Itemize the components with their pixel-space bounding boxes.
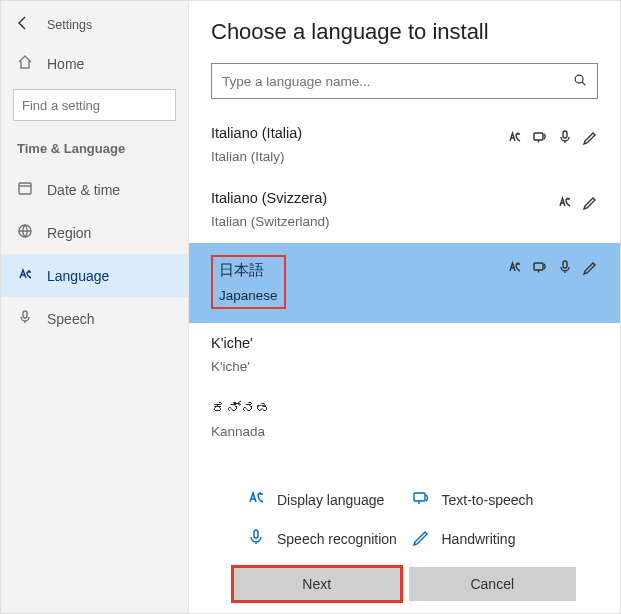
language-search-input[interactable] <box>222 74 573 89</box>
microphone-icon <box>17 309 33 328</box>
find-setting-box[interactable] <box>13 89 176 121</box>
calendar-icon <box>17 180 33 199</box>
svg-rect-9 <box>254 530 258 538</box>
svg-rect-6 <box>534 263 543 270</box>
tts-icon <box>532 129 548 148</box>
language-native-name: Italiano (Svizzera) <box>211 190 330 206</box>
language-feature-icons <box>507 129 598 148</box>
sidebar-home-label: Home <box>47 56 84 72</box>
language-english-name: Italian (Italy) <box>211 149 302 164</box>
titlebar: Settings <box>1 9 188 44</box>
display-icon <box>507 129 523 148</box>
display-icon <box>507 259 523 278</box>
language-list: Italiano (Italia)Italian (Italy) Italian… <box>189 105 620 473</box>
legend-label: Text-to-speech <box>442 492 534 508</box>
language-icon <box>17 266 33 285</box>
legend-label: Speech recognition <box>277 531 397 547</box>
list-item-cutoff <box>189 105 620 113</box>
display-language-icon <box>247 489 265 510</box>
sidebar-item-label: Region <box>47 225 91 241</box>
settings-sidebar: Settings Home Time & Language Date & tim… <box>1 1 189 613</box>
speech-icon <box>557 129 573 148</box>
page-title: Choose a language to install <box>211 19 598 45</box>
list-item[interactable]: K'iche'K'iche' <box>189 323 620 388</box>
next-button[interactable]: Next <box>233 567 401 601</box>
list-item[interactable]: ಕನ್ನಡKannada <box>189 388 620 453</box>
svg-rect-5 <box>563 131 567 138</box>
feature-legend: Display language Text-to-speech Speech r… <box>211 473 598 559</box>
window-title: Settings <box>47 18 92 32</box>
sidebar-item-label: Language <box>47 268 109 284</box>
main-panel: Choose a language to install Italiano (I… <box>189 1 620 613</box>
language-english-name: Italian (Switzerland) <box>211 214 330 229</box>
cancel-button[interactable]: Cancel <box>409 567 577 601</box>
list-item[interactable]: Italiano (Italia)Italian (Italy) <box>189 113 620 178</box>
speech-recognition-icon <box>247 528 265 549</box>
language-feature-icons <box>557 194 598 213</box>
legend-speech: Speech recognition <box>247 528 412 549</box>
svg-rect-2 <box>23 311 27 318</box>
language-english-name: K'iche' <box>211 359 253 374</box>
language-english-name: Japanese <box>219 288 278 303</box>
globe-icon <box>17 223 33 242</box>
sidebar-item-date-time[interactable]: Date & time <box>1 168 188 211</box>
sidebar-group-header: Time & Language <box>1 135 188 168</box>
sidebar-item-speech[interactable]: Speech <box>1 297 188 340</box>
handwriting-icon <box>582 194 598 213</box>
language-feature-icons <box>507 259 598 278</box>
language-native-name: K'iche' <box>211 335 253 351</box>
language-native-name: ಕನ್ನಡ <box>211 400 271 416</box>
button-bar: Next Cancel <box>211 559 598 613</box>
svg-rect-4 <box>534 133 543 140</box>
display-icon <box>557 194 573 213</box>
language-native-name: Italiano (Italia) <box>211 125 302 141</box>
language-search-box[interactable] <box>211 63 598 99</box>
sidebar-item-region[interactable]: Region <box>1 211 188 254</box>
legend-handwriting: Handwriting <box>412 528 577 549</box>
sidebar-item-language[interactable]: Language <box>1 254 188 297</box>
legend-label: Display language <box>277 492 384 508</box>
handwriting-icon <box>582 259 598 278</box>
language-native-name: 日本語 <box>219 261 278 280</box>
sidebar-home[interactable]: Home <box>1 44 188 83</box>
svg-rect-7 <box>563 261 567 268</box>
handwriting-icon <box>412 528 430 549</box>
search-icon <box>573 73 587 90</box>
sidebar-item-label: Date & time <box>47 182 120 198</box>
home-icon <box>17 54 33 73</box>
tts-icon <box>532 259 548 278</box>
handwriting-icon <box>582 129 598 148</box>
text-to-speech-icon <box>412 489 430 510</box>
list-item[interactable]: Italiano (Svizzera)Italian (Switzerland) <box>189 178 620 243</box>
find-setting-input[interactable] <box>22 98 167 113</box>
language-english-name: Kannada <box>211 424 271 439</box>
svg-rect-8 <box>414 493 425 501</box>
legend-label: Handwriting <box>442 531 516 547</box>
legend-tts: Text-to-speech <box>412 489 577 510</box>
sidebar-item-label: Speech <box>47 311 94 327</box>
list-item[interactable]: 日本語Japanese <box>189 243 620 323</box>
svg-point-3 <box>575 75 583 83</box>
legend-display: Display language <box>247 489 412 510</box>
back-icon[interactable] <box>15 15 31 34</box>
speech-icon <box>557 259 573 278</box>
svg-rect-0 <box>19 183 31 194</box>
